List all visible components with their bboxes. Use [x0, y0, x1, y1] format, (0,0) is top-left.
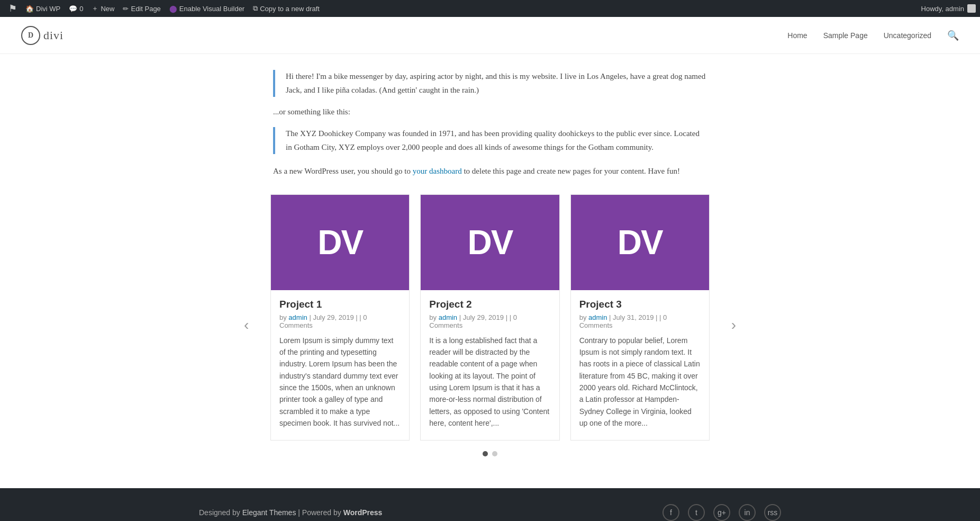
edit-icon: ✏: [123, 5, 129, 13]
logo-circle: D: [21, 26, 40, 45]
footer-designed-by: Designed by: [199, 508, 242, 517]
dashboard-text: As a new WordPress user, you should go t…: [273, 165, 707, 178]
dashboard-text-before: As a new WordPress user, you should go t…: [273, 167, 413, 175]
slider-dots: [270, 451, 710, 456]
copy-draft-label: Copy to a new draft: [260, 5, 320, 13]
new-icon: ＋: [92, 4, 98, 13]
slider-section: ‹ DV Project 1 by admin | July 29, 2019 …: [239, 194, 741, 456]
admin-bar-edit-page[interactable]: ✏ Edit Page: [119, 0, 165, 17]
admin-bar: ⚑ 🏠 Divi WP 💬 0 ＋ New ✏ Edit Page ⬤ Enab…: [0, 0, 980, 17]
rss-icon[interactable]: rss: [764, 504, 781, 521]
card-date-2: July 29, 2019: [463, 313, 504, 321]
slider-dot-2[interactable]: [492, 451, 497, 456]
howdy-text: Howdy, admin: [921, 5, 964, 13]
card-body-1: Project 1 by admin | July 29, 2019 | | 0…: [271, 290, 409, 440]
blockquote-2: The XYZ Doohickey Company was founded in…: [273, 127, 707, 154]
card-meta-1: by admin | July 29, 2019 | | 0 Comments: [279, 313, 401, 329]
card-author-2[interactable]: admin: [439, 313, 457, 321]
blockquote-1-text: Hi there! I'm a bike messenger by day, a…: [286, 70, 707, 97]
card-author-1[interactable]: admin: [288, 313, 307, 321]
comments-count: 0: [79, 5, 83, 13]
card-image-1: DV: [271, 195, 409, 290]
dashboard-link[interactable]: your dashboard: [413, 167, 462, 175]
card-excerpt-3: Contrary to popular belief, Lorem Ipsum …: [579, 335, 701, 429]
nav-home[interactable]: Home: [787, 31, 807, 40]
card-title-3[interactable]: Project 3: [579, 299, 701, 310]
logo-text: divi: [43, 29, 63, 42]
dv-logo-2: DV: [468, 223, 513, 262]
copy-icon: ⧉: [253, 4, 258, 13]
slider-next-button[interactable]: ›: [731, 317, 736, 334]
footer-social: f t g+ in rss: [663, 504, 781, 521]
card-author-3[interactable]: admin: [588, 313, 607, 321]
project-card-3: DV Project 3 by admin | July 31, 2019 | …: [570, 194, 710, 441]
search-icon[interactable]: 🔍: [947, 30, 959, 41]
comments-icon: 💬: [69, 5, 77, 13]
cards-row: DV Project 1 by admin | July 29, 2019 | …: [270, 194, 710, 441]
page-content: Hi there! I'm a bike messenger by day, a…: [252, 70, 728, 178]
admin-avatar[interactable]: [967, 4, 976, 13]
facebook-icon[interactable]: f: [663, 504, 679, 521]
visual-builder-label: Enable Visual Builder: [179, 5, 244, 13]
card-image-2: DV: [421, 195, 559, 290]
card-body-3: Project 3 by admin | July 31, 2019 | | 0…: [571, 290, 709, 440]
dv-logo-1: DV: [317, 223, 362, 262]
card-title-1[interactable]: Project 1: [279, 299, 401, 310]
footer-inner: Designed by Elegant Themes | Powered by …: [199, 504, 781, 521]
card-body-2: Project 2 by admin | July 29, 2019 | | 0…: [421, 290, 559, 440]
nav-uncategorized[interactable]: Uncategorized: [884, 31, 931, 40]
site-logo[interactable]: D divi: [21, 26, 63, 45]
footer-elegant-themes[interactable]: Elegant Themes: [242, 508, 296, 517]
card-date-3: July 31, 2019: [613, 313, 654, 321]
card-meta-3: by admin | July 31, 2019 | | 0 Comments: [579, 313, 701, 329]
edit-page-label: Edit Page: [131, 5, 160, 13]
site-header: D divi Home Sample Page Uncategorized 🔍: [0, 17, 980, 54]
site-footer: Designed by Elegant Themes | Powered by …: [0, 488, 980, 521]
admin-bar-comments[interactable]: 💬 0: [65, 0, 87, 17]
card-excerpt-1: Lorem Ipsum is simply dummy text of the …: [279, 335, 401, 429]
site-nav: Home Sample Page Uncategorized 🔍: [787, 30, 959, 41]
card-image-3: DV: [571, 195, 709, 290]
project-card-2: DV Project 2 by admin | July 29, 2019 | …: [420, 194, 559, 441]
project-card-1: DV Project 1 by admin | July 29, 2019 | …: [270, 194, 410, 441]
logo-letter: D: [28, 31, 33, 40]
site-home-icon: 🏠: [25, 5, 34, 13]
slider-prev-button[interactable]: ‹: [244, 317, 249, 334]
wp-icon: ⚑: [8, 3, 17, 14]
slider-dot-1[interactable]: [483, 451, 488, 456]
new-label: New: [101, 5, 114, 13]
nav-sample-page[interactable]: Sample Page: [823, 31, 868, 40]
admin-bar-new[interactable]: ＋ New: [87, 0, 119, 17]
footer-powered-by: | Powered by: [296, 508, 343, 517]
or-text: ...or something like this:: [273, 107, 707, 116]
admin-bar-visual-builder[interactable]: ⬤ Enable Visual Builder: [165, 0, 249, 17]
card-excerpt-2: It is a long established fact that a rea…: [429, 335, 550, 429]
blockquote-2-text: The XYZ Doohickey Company was founded in…: [286, 127, 707, 154]
admin-bar-copy-draft[interactable]: ⧉ Copy to a new draft: [249, 0, 324, 17]
twitter-icon[interactable]: t: [688, 504, 705, 521]
site-name-label: Divi WP: [36, 5, 60, 13]
card-meta-2: by admin | July 29, 2019 | | 0 Comments: [429, 313, 550, 329]
dv-logo-3: DV: [618, 223, 663, 262]
blockquote-1: Hi there! I'm a bike messenger by day, a…: [273, 70, 707, 97]
admin-bar-site-name[interactable]: 🏠 Divi WP: [21, 0, 65, 17]
footer-wordpress[interactable]: WordPress: [343, 508, 383, 517]
card-title-2[interactable]: Project 2: [429, 299, 550, 310]
card-date-1: July 29, 2019: [313, 313, 353, 321]
dashboard-text-after: to delete this page and create new pages…: [462, 167, 680, 175]
admin-bar-wp-logo[interactable]: ⚑: [4, 0, 21, 17]
instagram-icon[interactable]: in: [739, 504, 756, 521]
admin-bar-right: Howdy, admin: [921, 4, 976, 13]
google-plus-icon[interactable]: g+: [713, 504, 730, 521]
footer-credit: Designed by Elegant Themes | Powered by …: [199, 508, 382, 517]
divi-icon: ⬤: [169, 5, 177, 13]
